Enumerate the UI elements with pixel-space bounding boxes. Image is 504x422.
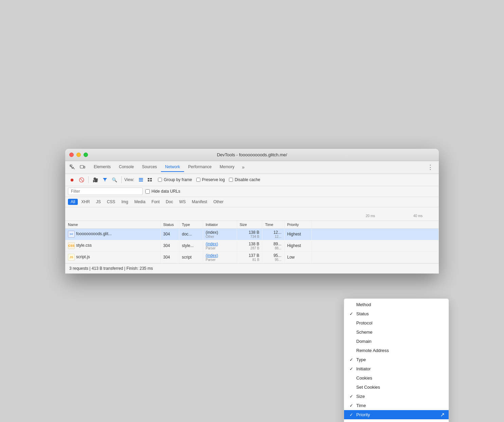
- more-tabs-button[interactable]: »: [240, 163, 247, 171]
- cell-priority-0: Highest: [284, 228, 311, 240]
- separator-1: [88, 176, 89, 183]
- check-icon: ✓: [349, 357, 356, 362]
- disable-cache-label: Disable cache: [235, 177, 260, 182]
- header-initiator[interactable]: Initiator: [203, 221, 237, 229]
- group-by-frame-label: Group by frame: [164, 177, 192, 182]
- hide-data-urls-input[interactable]: [145, 189, 150, 194]
- menu-item-set-cookies[interactable]: Set Cookies: [344, 383, 449, 392]
- type-filter-manifest[interactable]: Manifest: [189, 199, 210, 205]
- preserve-log-input[interactable]: [196, 178, 200, 182]
- table-row[interactable]: CSSstyle.css304style...(index)Parser138 …: [65, 240, 439, 251]
- svg-rect-4: [139, 179, 143, 180]
- preserve-log-label: Preserve log: [202, 177, 225, 182]
- group-view-button[interactable]: [146, 176, 154, 184]
- window-title: DevTools - fooooooooods.glitch.me/: [217, 152, 287, 157]
- filter-input[interactable]: [68, 188, 143, 195]
- menu-item-priority[interactable]: ✓Priority↗: [344, 410, 449, 419]
- hide-data-urls-checkbox[interactable]: Hide data URLs: [145, 189, 180, 194]
- type-filter-ws[interactable]: WS: [176, 199, 188, 205]
- device-icon[interactable]: [78, 163, 87, 172]
- tab-memory[interactable]: Memory: [216, 162, 238, 172]
- tab-sources[interactable]: Sources: [138, 162, 161, 172]
- clear-button[interactable]: 🚫: [77, 176, 86, 184]
- type-filter-media[interactable]: Media: [131, 199, 148, 205]
- tab-console[interactable]: Console: [115, 162, 138, 172]
- header-waterfall[interactable]: [311, 221, 439, 229]
- record-button[interactable]: ⏺: [68, 176, 76, 184]
- header-size[interactable]: Size: [237, 221, 262, 229]
- cell-type-2: script: [179, 251, 203, 263]
- cell-waterfall-1: [311, 240, 439, 251]
- type-filter-font[interactable]: Font: [149, 199, 162, 205]
- header-type[interactable]: Type: [179, 221, 203, 229]
- size-sub: 734 B: [240, 235, 259, 239]
- menu-item-method[interactable]: Method: [344, 300, 449, 309]
- table-row[interactable]: ><fooooooooods.glit...304doc...(index)Ot…: [65, 228, 439, 240]
- type-filter-xhr[interactable]: XHR: [78, 199, 92, 205]
- group-by-frame-checkbox[interactable]: Group by frame: [158, 177, 192, 182]
- cell-time-1: 89...88...: [262, 240, 284, 251]
- menu-item-label: Initiator: [356, 366, 442, 371]
- menu-item-domain[interactable]: Domain: [344, 337, 449, 346]
- initiator-link[interactable]: (index): [206, 253, 218, 258]
- file-icon-doc: ><: [68, 231, 75, 238]
- file-name: fooooooooods.glit...: [76, 231, 112, 236]
- traffic-lights: [69, 153, 88, 157]
- camera-button[interactable]: 🎥: [91, 176, 100, 184]
- type-filter-img[interactable]: Img: [119, 199, 131, 205]
- type-filter-doc[interactable]: Doc: [163, 199, 176, 205]
- menu-item-type[interactable]: ✓Type: [344, 355, 449, 364]
- initiator-link[interactable]: (index): [206, 242, 218, 246]
- search-icon[interactable]: 🔍: [110, 176, 119, 184]
- cell-time-2: 95...95...: [262, 251, 284, 263]
- header-name[interactable]: Name: [65, 221, 160, 229]
- header-time[interactable]: Time: [262, 221, 284, 229]
- tab-performance[interactable]: Performance: [184, 162, 216, 172]
- preserve-log-checkbox[interactable]: Preserve log: [196, 177, 225, 182]
- maximize-button[interactable]: [84, 153, 88, 157]
- cell-time-0: 12...12...: [262, 228, 284, 240]
- table-row[interactable]: JSscript.js304script(index)Parser137 B81…: [65, 251, 439, 263]
- devtools-tab-bar: Elements Console Sources Network Perform…: [65, 161, 439, 174]
- disable-cache-input[interactable]: [229, 178, 233, 182]
- tab-network[interactable]: Network: [161, 162, 184, 172]
- header-priority[interactable]: Priority: [284, 221, 311, 229]
- menu-item-connection-id[interactable]: Connection ID: [344, 419, 449, 422]
- inspect-icon[interactable]: [68, 163, 77, 172]
- type-filter-all[interactable]: All: [68, 199, 78, 205]
- minimize-button[interactable]: [76, 153, 81, 157]
- menu-item-time[interactable]: ✓Time: [344, 401, 449, 410]
- menu-item-label: Scheme: [356, 330, 442, 335]
- status-bar: 3 requests | 413 B transferred | Finish:…: [65, 263, 439, 274]
- timeline-header: 20 ms 40 ms 60 ms 80 ms 100 ms: [65, 207, 439, 221]
- file-icon-js: JS: [68, 254, 75, 261]
- filter-icon[interactable]: [101, 176, 109, 184]
- type-filter-js[interactable]: JS: [93, 199, 104, 205]
- menu-item-remote-address[interactable]: Remote Address: [344, 346, 449, 355]
- menu-item-status[interactable]: ✓Status: [344, 309, 449, 318]
- cell-waterfall-0: [311, 228, 439, 240]
- svg-rect-5: [139, 181, 143, 181]
- tab-elements[interactable]: Elements: [90, 162, 115, 172]
- context-menu: Method✓StatusProtocolSchemeDomainRemote …: [344, 298, 449, 422]
- menu-item-protocol[interactable]: Protocol: [344, 318, 449, 328]
- close-button[interactable]: [69, 153, 74, 157]
- menu-item-size[interactable]: ✓Size: [344, 392, 449, 401]
- menu-item-scheme[interactable]: Scheme: [344, 328, 449, 337]
- menu-item-initiator[interactable]: ✓Initiator: [344, 364, 449, 373]
- list-view-button[interactable]: [137, 176, 145, 184]
- type-filter-other[interactable]: Other: [211, 199, 226, 205]
- kebab-menu-button[interactable]: ⋮: [425, 162, 436, 172]
- menu-item-cookies[interactable]: Cookies: [344, 373, 449, 383]
- check-icon: ✓: [349, 403, 356, 408]
- initiator-text: (index): [206, 230, 218, 235]
- file-name: style.css: [76, 243, 92, 248]
- disable-cache-checkbox[interactable]: Disable cache: [229, 177, 260, 182]
- menu-item-label: Priority: [356, 412, 442, 417]
- type-filter-css[interactable]: CSS: [104, 199, 118, 205]
- group-by-frame-input[interactable]: [158, 178, 162, 182]
- menu-item-label: Size: [356, 394, 442, 399]
- cell-name-2: JSscript.js: [65, 251, 160, 263]
- cell-name-1: CSSstyle.css: [65, 240, 160, 251]
- header-status[interactable]: Status: [160, 221, 179, 229]
